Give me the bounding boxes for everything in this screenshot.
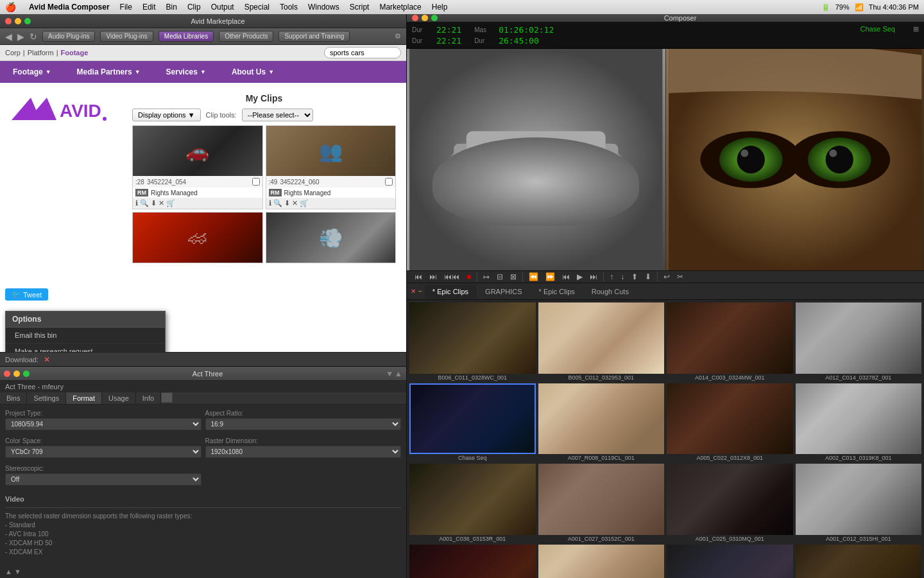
- nav-media-partners[interactable]: Media Partners ▼: [64, 61, 153, 83]
- tab-graphics[interactable]: GRAPHICS: [477, 285, 529, 299]
- cart-icon[interactable]: 🛒: [166, 199, 175, 207]
- undo-button[interactable]: ↩: [661, 271, 672, 283]
- menu-clip[interactable]: Clip: [187, 3, 201, 12]
- stop-button[interactable]: ■: [464, 271, 474, 283]
- email-bin-option[interactable]: Email this bin: [6, 328, 165, 344]
- thumbnail-item-8[interactable]: A001_C036_03153R_001: [409, 464, 536, 542]
- aspect-ratio-select[interactable]: 16:9: [205, 418, 402, 430]
- clips-panel-close[interactable]: ✕: [411, 288, 416, 295]
- step-back2-button[interactable]: ⏮⏮: [441, 271, 462, 283]
- other-products-tab[interactable]: Other Products: [219, 31, 273, 42]
- thumbnail-item-10[interactable]: A001_C025_0310MQ_001: [667, 464, 793, 542]
- thumbnail-item-13[interactable]: A001_C004_0210GN_001: [538, 545, 665, 578]
- close-dot[interactable]: [5, 18, 12, 24]
- clip-checkbox[interactable]: [252, 178, 260, 186]
- clips-panel-minimize[interactable]: −: [418, 288, 422, 295]
- thumbnail-item-11[interactable]: A001_C012_0315HI_001: [796, 464, 922, 542]
- step-back-button[interactable]: ⏭: [427, 271, 440, 283]
- tab-usage[interactable]: Usage: [102, 392, 136, 404]
- menu-marketplace[interactable]: Marketplace: [379, 3, 421, 12]
- menu-output[interactable]: Output: [211, 3, 234, 12]
- thumbnail-item-6[interactable]: A005_C022_0312X8_001: [667, 383, 793, 462]
- cart-icon[interactable]: 🛒: [300, 199, 309, 207]
- display-options-button[interactable]: Display options ▼: [132, 109, 201, 121]
- thumbnail-item-2[interactable]: A014_C003_0324MW_001: [667, 302, 793, 381]
- menu-file[interactable]: File: [120, 3, 132, 12]
- menu-windows[interactable]: Windows: [308, 3, 339, 12]
- thumbnail-item-5[interactable]: A007_R008_0119CL_001: [538, 383, 665, 462]
- tab-rough-cuts[interactable]: Rough Cuts: [584, 285, 637, 299]
- maximize-dot[interactable]: [24, 18, 31, 24]
- thumbnail-item-14[interactable]: A007_R019_0119KC_001: [667, 545, 793, 578]
- download-icon[interactable]: ⬇: [284, 199, 290, 207]
- tab-bins[interactable]: Bins: [0, 392, 27, 404]
- thumbnail-item-12[interactable]: A001_C012_03151M_001: [409, 545, 536, 578]
- apple-menu[interactable]: 🍎: [5, 2, 16, 12]
- thumbnail-item-4[interactable]: Chase Seq: [409, 383, 536, 462]
- search-clip-icon[interactable]: 🔍: [273, 199, 282, 207]
- menu-bin[interactable]: Bin: [166, 3, 177, 12]
- breadcrumb-footage[interactable]: Footage: [61, 49, 89, 57]
- audio-plugins-tab[interactable]: Audio Plug-ins: [42, 31, 95, 42]
- rewind-button[interactable]: ⏪: [526, 271, 541, 283]
- go-start-button[interactable]: ⏮: [412, 271, 425, 283]
- thumbnail-item-15[interactable]: B006_C022_03281Q_001: [796, 545, 922, 578]
- breadcrumb-corp[interactable]: Corp: [5, 49, 21, 57]
- thumbnail-item-7[interactable]: A002_C013_0319K8_001: [796, 383, 922, 462]
- search-input[interactable]: [324, 47, 401, 58]
- trim-button[interactable]: ⊠: [508, 271, 519, 283]
- settings-close-dot[interactable]: [4, 371, 10, 377]
- menu-tools[interactable]: Tools: [280, 3, 298, 12]
- tab-epic-clips-2[interactable]: * Epic Clips: [531, 285, 583, 299]
- lift-button[interactable]: ⬆: [629, 271, 640, 283]
- menu-special[interactable]: Special: [244, 3, 270, 12]
- download-close-button[interactable]: ✕: [44, 355, 50, 364]
- refresh-button[interactable]: ↻: [30, 31, 37, 42]
- media-libraries-tab[interactable]: Media Libraries: [158, 31, 214, 42]
- settings-tab-icon[interactable]: [161, 392, 173, 403]
- thumbnail-item-9[interactable]: A001_C027_03152C_001: [538, 464, 665, 542]
- fast-fwd-button[interactable]: ⏩: [543, 271, 558, 283]
- stereoscopic-select[interactable]: Off: [5, 473, 201, 486]
- nav-footage[interactable]: Footage ▼: [0, 61, 64, 83]
- breadcrumb-platform[interactable]: Platform: [28, 49, 54, 57]
- tab-epic-clips-1[interactable]: * Epic Clips: [425, 285, 476, 299]
- info-icon[interactable]: ℹ: [269, 199, 271, 207]
- thumbnail-item-1[interactable]: B005_C012_032953_001: [538, 302, 665, 381]
- tweet-button[interactable]: 🐦 Tweet: [5, 288, 48, 301]
- delete-icon[interactable]: ✕: [292, 199, 298, 207]
- menu-edit[interactable]: Edit: [142, 3, 156, 12]
- prev-frame-button[interactable]: ⏮: [560, 271, 572, 283]
- thumbnail-item-0[interactable]: B006_C011_0328WC_001: [409, 302, 536, 381]
- project-type-select[interactable]: 1080/59.94: [5, 418, 201, 430]
- nav-about-us[interactable]: About Us ▼: [219, 61, 287, 83]
- next-frame-button[interactable]: ⏭: [587, 271, 600, 283]
- research-request-option[interactable]: Make a research request: [6, 344, 165, 352]
- composer-expand-icon[interactable]: ⊞: [913, 25, 919, 46]
- tab-format[interactable]: Format: [66, 392, 102, 404]
- splice-button[interactable]: ↑: [607, 271, 616, 283]
- scroll-up-icon[interactable]: ▲: [5, 568, 12, 575]
- mark-in-button[interactable]: ↦: [481, 271, 492, 283]
- clip-checkbox[interactable]: [385, 178, 393, 186]
- scroll-down-icon[interactable]: ▼: [14, 568, 21, 575]
- settings-gear-icon[interactable]: ▼: [386, 369, 393, 378]
- tab-info[interactable]: Info: [136, 392, 161, 404]
- composer-maximize-dot[interactable]: [431, 15, 438, 21]
- support-tab[interactable]: Support and Training: [278, 31, 350, 42]
- menu-help[interactable]: Help: [432, 3, 448, 12]
- composer-minimize-dot[interactable]: [422, 15, 428, 21]
- composer-close-dot[interactable]: [412, 15, 418, 21]
- settings-maximize-dot[interactable]: [23, 371, 30, 377]
- panel-settings-icon[interactable]: ⚙: [395, 32, 401, 40]
- search-clip-icon[interactable]: 🔍: [140, 199, 149, 207]
- download-icon[interactable]: ⬇: [151, 199, 157, 207]
- clip-tools-select[interactable]: --Please select--: [242, 109, 313, 121]
- mark-out-button[interactable]: ⊟: [494, 271, 506, 283]
- raster-dim-select[interactable]: 1920x1080: [205, 446, 402, 458]
- app-name[interactable]: Avid Media Composer: [29, 3, 110, 12]
- video-plugins-tab[interactable]: Video Plug-ins: [100, 31, 153, 42]
- play-button[interactable]: ▶: [574, 271, 585, 283]
- menu-script[interactable]: Script: [350, 3, 370, 12]
- info-icon[interactable]: ℹ: [135, 199, 138, 207]
